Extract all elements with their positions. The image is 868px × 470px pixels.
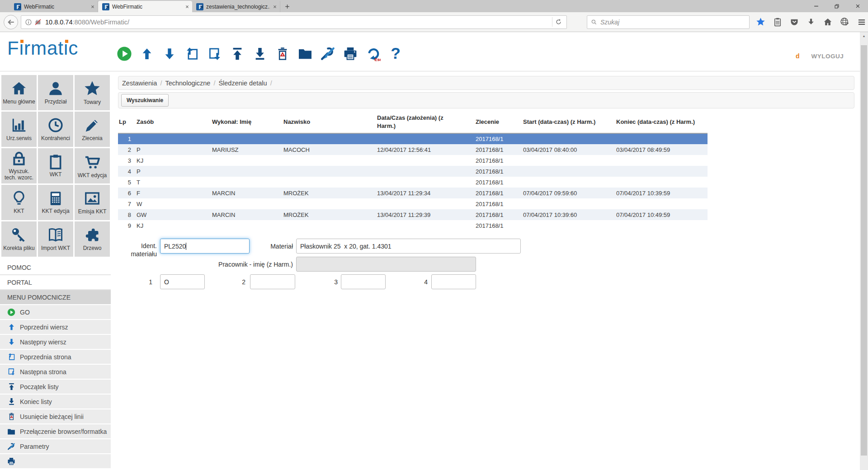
- ident-materialu-input[interactable]: [160, 239, 250, 254]
- url-bar[interactable]: 10.8.0.74:8080/WebFirmatic/: [21, 15, 567, 29]
- breadcrumb-zestawienia[interactable]: Zestawienia: [122, 80, 157, 87]
- url-text[interactable]: 10.8.0.74:8080/WebFirmatic/: [45, 19, 552, 26]
- next-page-button[interactable]: [207, 46, 222, 61]
- menu-hamburger-icon[interactable]: [857, 18, 866, 27]
- sidebar-tile-zlecenia[interactable]: Zlecenia: [75, 112, 110, 147]
- field-4-input[interactable]: [431, 274, 476, 289]
- breadcrumb: Zestawienia / Technologiczne / Śledzenie…: [118, 76, 854, 90]
- previous-row-button[interactable]: [139, 46, 155, 61]
- delete-current-line-button[interactable]: [275, 46, 290, 61]
- reload-button[interactable]: [552, 17, 565, 27]
- table-row-selected[interactable]: 12017168/1: [118, 133, 708, 144]
- extension-globe-icon[interactable]: [840, 17, 849, 27]
- sidebar-tile-wyszuk-tech-wzorc[interactable]: Wyszuk. tech. wzorc.: [1, 148, 37, 183]
- wyszukiwanie-button[interactable]: Wyszukiwanie: [121, 94, 169, 107]
- reading-list-icon[interactable]: [773, 18, 782, 27]
- sidebar-tile-menu-glowne[interactable]: Menu główne: [1, 75, 37, 110]
- ident-materialu-label: Ident. materiału: [116, 242, 157, 258]
- bulb-icon: [11, 191, 27, 206]
- field-1-label: 1: [143, 278, 152, 286]
- bookmark-star-icon[interactable]: [756, 17, 765, 27]
- scrollbar-thumb[interactable]: [861, 45, 867, 456]
- browser-search-input[interactable]: [600, 19, 745, 26]
- print-button[interactable]: [343, 46, 358, 61]
- sidebar-tile-wkt[interactable]: WKT: [38, 148, 73, 183]
- sidebar-tile-kkt[interactable]: KKT: [1, 185, 37, 220]
- field-1-input[interactable]: [160, 274, 205, 289]
- sidebar-section-menu-pomocnicze[interactable]: MENU POMOCNICZE: [0, 290, 111, 305]
- sidebar-tile-emisja-kkt[interactable]: Emisja KKT: [75, 185, 110, 220]
- printer-icon: [343, 47, 358, 61]
- sidebar-tile-przydzial[interactable]: Przydział: [38, 75, 73, 110]
- plus-icon: [284, 4, 290, 9]
- browser-tab-3[interactable]: zestawienia_technologicz...: [192, 1, 280, 12]
- minimize-button[interactable]: [806, 0, 826, 12]
- switch-browser-form-button[interactable]: [297, 46, 313, 61]
- tab-close-icon[interactable]: [90, 5, 95, 9]
- sidebar-tile-urz-serwis[interactable]: Urz.serwis: [1, 112, 37, 147]
- go-play-icon: [7, 308, 15, 316]
- sidebar-tile-towary[interactable]: Towary: [75, 75, 110, 110]
- home-icon[interactable]: [823, 18, 832, 27]
- scrollbar-up-arrow[interactable]: ▲: [860, 32, 868, 40]
- menu-item-poprzednia-strona[interactable]: Poprzednia strona: [0, 350, 111, 365]
- browser-tab-1[interactable]: WebFirmatic: [10, 1, 98, 12]
- printer-icon: [7, 457, 15, 465]
- trash-recycle-icon: [276, 47, 289, 61]
- next-row-button[interactable]: [162, 46, 177, 61]
- sidebar-section-portal[interactable]: PORTAL: [0, 275, 111, 290]
- tab-close-icon[interactable]: [185, 5, 189, 9]
- table-row[interactable]: 7W2017168/1: [118, 198, 708, 209]
- field-3-input[interactable]: [341, 274, 386, 289]
- site-info-icon[interactable]: [25, 19, 32, 26]
- table-row[interactable]: 3KJ2017168/1: [118, 155, 708, 166]
- table-row[interactable]: 8GWMARCINMROŻEK13/04/2017 11:29:39201716…: [118, 209, 708, 220]
- end-of-list-button[interactable]: [252, 46, 268, 61]
- tab-close-icon[interactable]: [273, 5, 277, 9]
- menu-item-go[interactable]: GO: [0, 305, 111, 320]
- escape-button[interactable]: [365, 46, 381, 61]
- table-row[interactable]: 9KJ2017168/1: [118, 220, 708, 231]
- go-button[interactable]: [117, 46, 132, 61]
- sidebar-tile-wkt-edycja[interactable]: WKT edycja: [75, 148, 110, 183]
- search-bar[interactable]: [587, 15, 750, 29]
- previous-page-button[interactable]: [184, 46, 200, 61]
- menu-item-przelaczenie-browser-formatka[interactable]: Przełączenie browser/formatka: [0, 424, 111, 439]
- help-button[interactable]: [388, 46, 403, 61]
- puzzle-icon: [84, 227, 100, 243]
- field-2-input[interactable]: [250, 274, 295, 289]
- breadcrumb-technologiczne[interactable]: Technologiczne: [165, 80, 210, 87]
- sidebar-tile-kontrahenci[interactable]: Kontrahenci: [38, 112, 73, 147]
- sidebar-tile-drzewo[interactable]: Drzewo: [75, 221, 110, 257]
- back-button[interactable]: [4, 15, 18, 29]
- menu-item-poprzedni-wiersz[interactable]: Poprzedni wiersz: [0, 320, 111, 335]
- sidebar-tile-kkt-edycja[interactable]: KKT edycja: [38, 185, 73, 220]
- menu-item-nastepny-wiersz[interactable]: Następny wiersz: [0, 335, 111, 350]
- start-of-list-button[interactable]: [230, 46, 245, 61]
- material-input[interactable]: [296, 239, 521, 254]
- browser-tab-2-active[interactable]: WebFirmatic: [98, 1, 192, 12]
- menu-item-koniec-listy[interactable]: Koniec listy: [0, 395, 111, 409]
- table-row[interactable]: 6FMARCINMROŻEK13/04/2017 11:29:342017168…: [118, 188, 708, 198]
- menu-item-parametry[interactable]: Parametry: [0, 439, 111, 454]
- restore-button[interactable]: [826, 0, 847, 12]
- downloads-icon[interactable]: [807, 18, 816, 27]
- sidebar-section-pomoc[interactable]: POMOC: [0, 260, 111, 275]
- sidebar-tile-import-wkt[interactable]: Import WKT: [38, 221, 73, 257]
- menu-item-usuniecie-biezacej-linii[interactable]: Usunięcie bieżącej linii: [0, 409, 111, 424]
- menu-item-partial[interactable]: [0, 454, 111, 469]
- new-tab-button[interactable]: [280, 1, 294, 12]
- menu-item-nastepna-strona[interactable]: Następna strona: [0, 365, 111, 380]
- logout-button[interactable]: WYLOGUJ: [811, 53, 844, 60]
- parameters-button[interactable]: [320, 46, 335, 61]
- menu-item-poczatek-listy[interactable]: Początek listy: [0, 380, 111, 395]
- table-row[interactable]: 4P2017168/1: [118, 166, 708, 177]
- page-down-icon: [8, 368, 15, 376]
- table-row[interactable]: 5T2017168/1: [118, 177, 708, 188]
- sidebar-tile-korekta-pliku[interactable]: Korekta pliku: [1, 221, 37, 257]
- plugin-blocked-icon[interactable]: [34, 19, 42, 26]
- breadcrumb-sledzenie-detalu[interactable]: Śledzenie detalu: [218, 80, 267, 87]
- pocket-icon[interactable]: [790, 18, 799, 27]
- table-row[interactable]: 2PMARIUSZMACOCH12/04/2017 12:56:41201716…: [118, 144, 708, 155]
- close-button[interactable]: [847, 0, 868, 12]
